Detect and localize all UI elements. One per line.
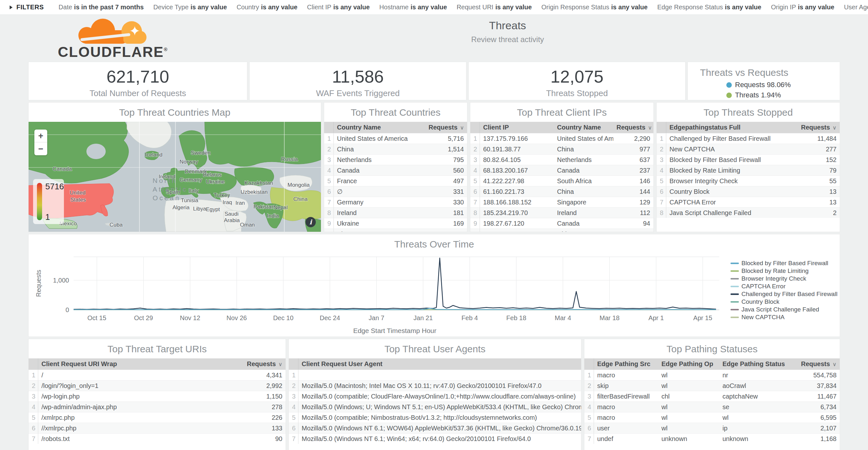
filter-chip[interactable]: Device Typeis any value <box>153 3 227 10</box>
map-info-button[interactable]: i <box>306 217 316 227</box>
filter-chip[interactable]: Origin Response Statusis any value <box>541 3 648 10</box>
table-cell: Canada <box>334 165 425 176</box>
table-cell: undef <box>594 433 658 444</box>
filters-expand-icon[interactable] <box>10 5 12 9</box>
table-cell <box>299 370 581 380</box>
column-header[interactable]: Client IP <box>480 122 554 133</box>
sort-desc-icon[interactable]: ∨ <box>833 361 837 367</box>
map-canvas: CanadaUnitedStatesMexicoCubaIcelandIrela… <box>29 122 321 232</box>
column-header[interactable]: Client Request URI Wrap <box>38 358 242 370</box>
filter-value: is any value <box>261 3 297 10</box>
column-header[interactable]: Edge Pathing Src <box>594 358 658 370</box>
filter-chip[interactable]: Hostnameis any value <box>379 3 447 10</box>
table-cell: Ireland <box>554 207 613 218</box>
table-cell: captchaNew <box>719 391 793 401</box>
gradient-bar <box>37 183 42 220</box>
filter-chip[interactable]: Edge Response Statusis any value <box>657 3 761 10</box>
world-map[interactable]: + − 5716 1 i CanadaUnitedStatesMexicoCub… <box>29 122 321 232</box>
row-index: 6 <box>470 186 480 197</box>
threats-over-time-chart[interactable]: 01,000Oct 15Oct 29Nov 12Nov 26Dec 10Dec … <box>29 250 840 336</box>
filter-chip[interactable]: User Agentis any value <box>844 3 868 10</box>
map-label-russia: Russia <box>281 156 298 162</box>
top-threat-countries-panel: Top Threat Countries Country NameRequest… <box>324 102 467 232</box>
column-header[interactable]: Edgepathingstatus Full <box>666 122 795 133</box>
table-cell: Mozilla/5.0 (compatible; CloudFlare-Alwa… <box>299 391 581 401</box>
table-row: 2New CAPTCHA277 <box>657 144 840 154</box>
column-header[interactable]: Requests∨ <box>795 122 840 133</box>
row-index: 7 <box>289 433 299 444</box>
column-header[interactable]: Client Request User Agent <box>299 358 581 370</box>
chart-legend-label[interactable]: Challenged by Filter Based Firewall <box>741 291 837 297</box>
sort-desc-icon[interactable]: ∨ <box>279 361 282 367</box>
table-row: 7Mozilla/5.0 (Windows NT 6.1; Win64; x64… <box>289 433 581 444</box>
x-tick-label: Oct 29 <box>134 314 153 322</box>
row-index: 2 <box>324 144 334 154</box>
table-header-row: Client Request User Agent <box>289 358 581 370</box>
column-header[interactable]: Country Name <box>554 122 613 133</box>
table-cell: Country Block <box>666 186 795 197</box>
panel-title: Top Threat Target URIs <box>29 339 286 355</box>
column-header[interactable]: Edge Pathing Status <box>719 358 793 370</box>
table-row: 1061.160.247.127China89 <box>470 229 653 232</box>
chart-legend-swatch <box>731 278 739 280</box>
filter-chip[interactable]: Client IPis any value <box>307 3 370 10</box>
row-index: 6 <box>657 186 666 197</box>
row-index: 2 <box>470 144 480 154</box>
table-cell: wl <box>658 380 719 391</box>
chart-legend-label[interactable]: Java Script Challenge Failed <box>741 306 819 313</box>
row-index: 3 <box>657 154 666 165</box>
filter-value: is any value <box>333 3 369 10</box>
country-russia[interactable] <box>205 122 321 167</box>
x-axis-title: Edge Start Timestamp Hour <box>353 327 436 334</box>
table-cell: 278 <box>242 401 286 412</box>
table-cell: Netherlands <box>334 154 425 165</box>
table-row: 4/wp-admin/admin-ajax.php278 <box>29 401 286 412</box>
column-header[interactable]: Requests∨ <box>793 358 840 370</box>
column-header[interactable]: Edge Pathing Op <box>658 358 719 370</box>
chart-legend-label[interactable]: Blocked by Rate Limiting <box>741 267 809 274</box>
column-header[interactable]: Requests∨ <box>242 358 286 370</box>
map-label-oman: Oman <box>240 222 255 228</box>
row-index: 5 <box>584 412 594 423</box>
top-threat-client-ips-panel: Top Threat Client IPs Client IPCountry N… <box>470 102 654 232</box>
map-label-italy: Italy <box>189 188 199 194</box>
map-label-china: China <box>293 196 308 202</box>
table-cell: 55 <box>795 176 840 186</box>
sort-desc-icon[interactable]: ∨ <box>460 125 464 131</box>
filter-chip[interactable]: Dateis in the past 7 months <box>59 3 144 10</box>
column-header[interactable]: Country Name <box>334 122 425 133</box>
column-header[interactable]: Requests∨ <box>613 122 653 133</box>
table-row: 9198.27.67.120Canada94 <box>470 218 653 229</box>
filters-toggle[interactable]: FILTERS <box>17 3 44 11</box>
x-tick-label: Oct 15 <box>87 314 106 322</box>
table-cell: 331 <box>425 186 467 197</box>
index-column-header <box>584 358 594 370</box>
chart-legend-label[interactable]: Country Block <box>741 298 780 305</box>
filter-field-label: Origin IP <box>771 3 796 10</box>
table-row: 260.191.38.77China977 <box>470 144 653 154</box>
chart-legend-label[interactable]: Blocked by Filter Based Firewall <box>741 260 828 267</box>
filter-chip[interactable]: Request URIis any value <box>457 3 532 10</box>
zoom-out-button[interactable]: − <box>34 142 47 155</box>
chart-legend-label[interactable]: CAPTCHA Error <box>741 283 786 290</box>
table-row: 2skipwlaoCrawl37,834 <box>584 380 840 391</box>
table-cell: New CAPTCHA <box>666 144 795 154</box>
table-row: 380.82.64.105Netherlands637 <box>470 154 653 165</box>
cloudflare-logo: ✦ CLOUDFLARE® <box>58 17 167 60</box>
data-table: Edge Pathing SrcEdge Pathing OpEdge Path… <box>584 358 840 444</box>
sort-desc-icon[interactable]: ∨ <box>648 125 652 131</box>
table-cell: wl <box>658 412 719 423</box>
zoom-in-button[interactable]: + <box>34 129 47 142</box>
table-row: 6//xmlrpc.php133 <box>29 423 286 433</box>
map-label-iceland: Iceland <box>145 152 162 158</box>
table-cell: /robots.txt <box>38 433 242 444</box>
column-header[interactable]: Requests∨ <box>425 122 467 133</box>
filter-chip[interactable]: Countryis any value <box>237 3 297 10</box>
table-row: 1137.175.79.166United States of America2… <box>470 133 653 144</box>
filter-chip[interactable]: Origin IPis any value <box>771 3 834 10</box>
chart-legend-label[interactable]: Browser Integrity Check <box>741 275 806 282</box>
chart-legend-label[interactable]: New CAPTCHA <box>741 314 784 321</box>
sort-desc-icon[interactable]: ∨ <box>833 125 837 131</box>
stat-label: Threats Stopped <box>469 88 685 98</box>
map-zoom-control: + − <box>34 129 47 155</box>
